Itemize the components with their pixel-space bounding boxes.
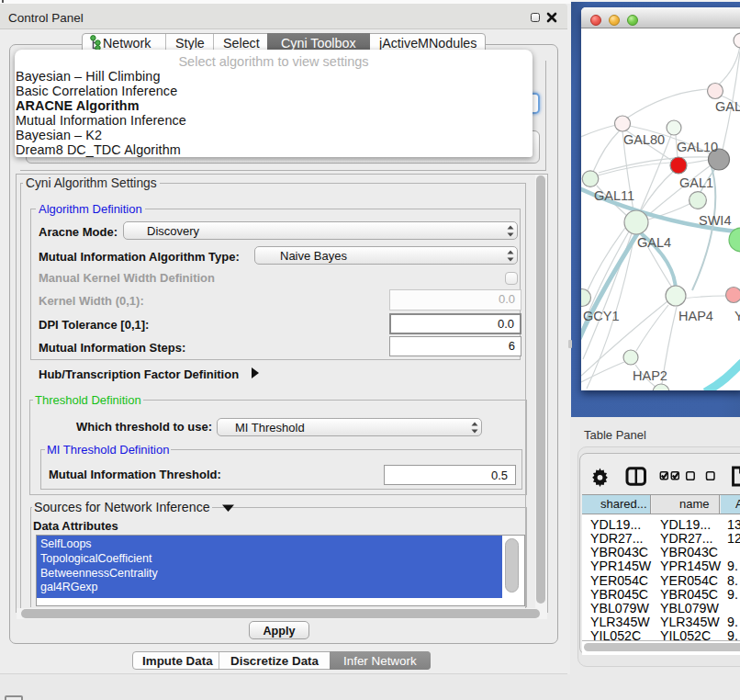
- svg-text:GAL4: GAL4: [637, 235, 671, 250]
- svg-text:HAP2: HAP2: [633, 368, 667, 383]
- svg-text:GAL1: GAL1: [679, 175, 713, 190]
- svg-text:GAL11: GAL11: [594, 188, 634, 203]
- svg-text:YJ: YJ: [734, 309, 740, 323]
- svg-text:HAP4: HAP4: [678, 309, 713, 323]
- svg-text:GAL80: GAL80: [623, 132, 665, 147]
- svg-text:GCY1: GCY1: [583, 309, 620, 323]
- svg-text:GAL7: GAL7: [715, 99, 740, 114]
- svg-text:SWI4: SWI4: [699, 213, 731, 228]
- svg-text:GAL10: GAL10: [677, 140, 718, 154]
